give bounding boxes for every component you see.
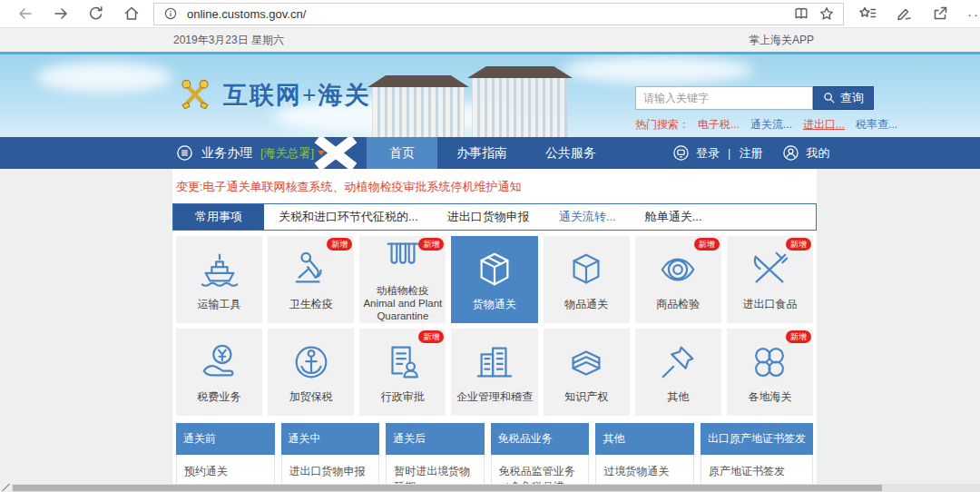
forward-icon[interactable] [52, 5, 70, 23]
more-menu-icon[interactable]: ·· [967, 6, 980, 22]
tile-label: 进出口食品 [742, 298, 797, 310]
tab-关税和进口环节代征税的...[interactable]: 关税和进口环节代征税的... [264, 204, 433, 230]
cloud-decoration [563, 56, 753, 84]
tile-label: 货物通关 [473, 298, 516, 310]
tile-cargo-box[interactable]: 货物通关 [451, 236, 537, 323]
bottom-column-其他: 其他过境货物通关 [595, 423, 694, 488]
main-navigation: 业务办理 [海关总署] 首页办事指南公共服务 登录 | 注册 我的 [0, 137, 980, 169]
x-divider-decoration [312, 137, 359, 169]
page-content: 变更:电子通关单联网核查系统、动植物检疫审批系统停机维护通知 常用事项关税和进口… [0, 169, 980, 492]
tab-舱单通关...[interactable]: 舱单通关... [631, 204, 717, 230]
tile-eye[interactable]: 商品检验新增 [635, 236, 721, 323]
tile-pushpin[interactable]: 其他 [635, 329, 721, 416]
favorite-star-icon[interactable] [818, 5, 836, 23]
tile-test-tubes[interactable]: 动植物检疫 Animal and Plant Quarantine新增 [359, 236, 446, 323]
cube-icon [565, 249, 607, 294]
date-bar: 2019年3月23日 星期六 掌上海关APP [0, 28, 980, 52]
horizontal-scrollbar[interactable] [12, 484, 980, 492]
address-bar[interactable]: online.customs.gov.cn/ [153, 3, 844, 25]
nav-item-办事指南[interactable]: 办事指南 [437, 137, 526, 169]
hot-search-term[interactable]: 通关流... [750, 117, 792, 133]
new-badge: 新增 [786, 238, 811, 251]
tile-cutlery[interactable]: 进出口食品新增 [727, 236, 813, 323]
tile-tax-coin-hand[interactable]: 税费业务 [176, 329, 262, 416]
mobile-app-link[interactable]: 掌上海关APP [749, 33, 814, 48]
category-tabbar: 常用事项关税和进口环节代征税的...进出口货物申报通关流转...舱单通关... [172, 203, 817, 231]
login-screen-icon [672, 144, 690, 162]
tile-label: 其他 [667, 390, 689, 403]
web-note-pen-icon[interactable] [895, 5, 913, 23]
buildings-icon [474, 341, 515, 387]
bottom-column-通关中: 通关中进出口货物申报 [281, 423, 380, 488]
hot-search-term[interactable]: 进出口... [803, 117, 845, 133]
bottom-column-header[interactable]: 其他 [595, 423, 694, 455]
bottom-column-header[interactable]: 通关前 [176, 423, 275, 455]
new-badge: 新增 [418, 238, 444, 251]
share-icon[interactable] [931, 5, 949, 23]
cloud-decoration [36, 62, 172, 93]
tile-cube[interactable]: 物品通关 [544, 236, 630, 323]
tile-label: 知识产权 [564, 390, 608, 403]
tile-microscope[interactable]: 卫生检疫新增 [268, 236, 354, 323]
tile-books-stack[interactable]: 知识产权 [544, 329, 630, 416]
business-menu-label[interactable]: 业务办理 [201, 145, 252, 162]
hot-search-bar: 热门搜索： 电子税...通关流...进出口...税率查... [635, 117, 880, 133]
hot-search-term[interactable]: 电子税... [698, 117, 740, 133]
document-person-icon [382, 341, 424, 387]
site-title: 互联网+海关 [223, 79, 370, 112]
tile-label: 加贸保税 [289, 390, 333, 403]
user-person-icon [782, 144, 799, 162]
tile-clover[interactable]: 各地海关新增 [727, 329, 813, 416]
tile-anchor[interactable]: 加贸保税 [268, 329, 354, 416]
customs-building-image [372, 77, 568, 137]
favorites-list-icon[interactable] [858, 5, 877, 23]
home-icon[interactable] [122, 5, 141, 23]
hot-search-term[interactable]: 税率查... [856, 117, 897, 133]
bottom-column-出口原产地证书签发: 出口原产地证书签发原产地证书签发 [701, 423, 813, 488]
scrollbar-thumb[interactable] [13, 485, 882, 491]
tab-进出口货物申报[interactable]: 进出口货物申报 [433, 204, 544, 230]
my-account-link[interactable]: 我的 [806, 145, 829, 162]
test-tubes-icon [382, 236, 424, 281]
url-text[interactable]: online.customs.gov.cn/ [187, 7, 785, 21]
hamburger-menu-icon[interactable] [176, 144, 193, 162]
site-logo[interactable]: 互联网+海关 [176, 76, 370, 114]
reading-view-icon[interactable] [792, 5, 810, 23]
new-badge: 新增 [327, 238, 352, 251]
tab-通关流转...[interactable]: 通关流转... [544, 204, 631, 230]
bottom-column-header[interactable]: 通关中 [281, 423, 380, 455]
register-link[interactable]: 注册 [739, 145, 762, 162]
tile-label: 动植物检疫 Animal and Plant Quarantine [361, 285, 444, 322]
golden-keys-emblem-icon [176, 76, 214, 114]
resize-grip-icon [2, 484, 10, 491]
new-badge: 新增 [694, 238, 720, 251]
bottom-column-免税品业务: 免税品业务免税品监管业务（含免税品进口、入出库、调拨、销售、报损和结转等） [491, 423, 590, 492]
nav-item-首页[interactable]: 首页 [367, 137, 437, 169]
browser-toolbar: online.customs.gov.cn/ ·· [0, 0, 980, 28]
back-icon[interactable] [16, 5, 34, 23]
bottom-column-通关后: 通关后暂时进出境货物延期 [386, 423, 485, 492]
quick-links-section: 通关前预约通关新进出境货物申报预核通关中进出口货物申报通关后暂时进出境货物延期免… [176, 423, 813, 492]
search-button[interactable]: 查询 [813, 86, 874, 110]
search-input[interactable] [635, 86, 813, 110]
tile-label: 商品检验 [656, 298, 700, 310]
hot-search-terms: 电子税...通关流...进出口...税率查... [698, 117, 897, 133]
tile-document-person[interactable]: 行政审批新增 [359, 329, 446, 416]
tile-label: 企业管理和稽查 [456, 390, 533, 403]
login-link[interactable]: 登录 [696, 145, 720, 162]
tax-coin-hand-icon [199, 341, 240, 387]
tile-buildings[interactable]: 企业管理和稽查 [451, 329, 537, 416]
refresh-icon[interactable] [87, 5, 105, 23]
bottom-column-通关前: 通关前预约通关新进出境货物申报预核 [176, 423, 275, 492]
site-info-icon[interactable] [162, 5, 180, 23]
bottom-column-header[interactable]: 出口原产地证书签发 [701, 423, 813, 455]
new-badge: 新增 [418, 330, 444, 343]
service-tile-grid: 运输工具卫生检疫新增动植物检疫 Animal and Plant Quarant… [176, 236, 813, 416]
nav-item-公共服务[interactable]: 公共服务 [526, 137, 615, 169]
tab-常用事项[interactable]: 常用事项 [173, 204, 264, 230]
bottom-column-header[interactable]: 通关后 [386, 423, 485, 455]
bottom-column-header[interactable]: 免税品业务 [491, 423, 590, 455]
tile-ship[interactable]: 运输工具 [176, 236, 262, 323]
customs-office-label: [海关总署] [260, 145, 314, 162]
maintenance-notice-link[interactable]: 变更:电子通关单联网核查系统、动植物检疫审批系统停机维护通知 [172, 169, 817, 203]
